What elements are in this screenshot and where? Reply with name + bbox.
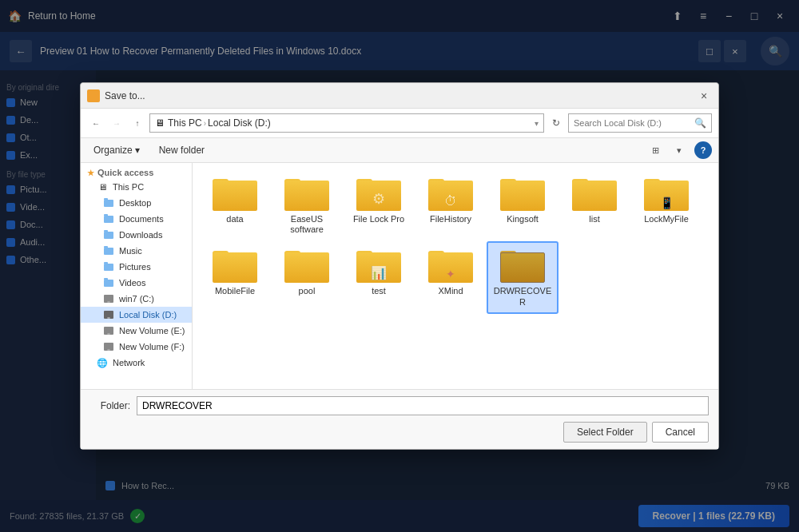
nav-item-newe[interactable]: New Volume (E:): [81, 323, 192, 339]
folder-pictures-icon: [103, 261, 114, 272]
file-item-filehistory[interactable]: ⏱ FileHistory: [415, 169, 487, 241]
file-item-filelockpro[interactable]: ⚙ File Lock Pro: [343, 169, 415, 241]
folder-list-icon: [572, 176, 617, 211]
file-item-mobilefile[interactable]: MobileFile: [199, 241, 271, 313]
folder-downloads-icon: [103, 229, 114, 240]
nav-item-winc[interactable]: win7 (C:): [81, 291, 192, 307]
dialog-buttons: Select Folder Cancel: [90, 422, 709, 443]
file-kingsoft-label: Kingsoft: [507, 214, 539, 224]
nav-item-downloads[interactable]: Downloads: [81, 227, 192, 243]
back-btn[interactable]: ←: [87, 114, 105, 132]
folder-lockmyfile-icon: 📱: [644, 176, 689, 211]
dialog-title: Save to...: [105, 90, 696, 101]
select-folder-btn[interactable]: Select Folder: [563, 422, 647, 443]
file-data-label: data: [226, 214, 243, 224]
nav-item-network[interactable]: 🌐 Network: [81, 355, 192, 371]
nav-item-pictures[interactable]: Pictures: [81, 259, 192, 275]
breadcrumb: This PC › Local Disk (D:): [168, 117, 271, 129]
address-dropdown-btn[interactable]: ▾: [535, 119, 539, 128]
dialog-overlay: Save to... × ← → ↑ 🖥 This PC › Local Dis…: [0, 0, 799, 532]
dialog-title-icon: [87, 89, 100, 102]
search-box[interactable]: 🔍: [568, 113, 712, 133]
folder-input[interactable]: [137, 396, 709, 415]
file-filehistory-label: FileHistory: [430, 214, 471, 224]
network-icon: 🌐: [97, 357, 108, 368]
new-folder-btn[interactable]: New folder: [153, 142, 211, 158]
nav-locald-label: Local Disk (D:): [119, 310, 177, 320]
nav-desktop-label: Desktop: [119, 198, 151, 208]
file-drwrecover-label: DRWRECOVER: [491, 286, 554, 307]
file-item-list[interactable]: list: [559, 169, 630, 241]
file-item-xmind[interactable]: ✦ XMind: [415, 241, 487, 313]
file-test-label: test: [372, 286, 386, 296]
forward-btn[interactable]: →: [108, 114, 125, 132]
file-xmind-label: XMind: [438, 286, 463, 296]
save-dialog: Save to... × ← → ↑ 🖥 This PC › Local Dis…: [80, 82, 719, 450]
nav-item-thispc[interactable]: 🖥 This PC: [81, 179, 192, 195]
file-filelockpro-label: File Lock Pro: [353, 214, 404, 224]
folder-music-icon: [103, 245, 114, 256]
folder-data-icon: [213, 176, 257, 211]
folder-label: Folder:: [90, 400, 130, 411]
drive-c-icon: [103, 293, 114, 304]
file-item-kingsoft[interactable]: Kingsoft: [487, 169, 559, 241]
nav-newe-label: New Volume (E:): [119, 326, 185, 335]
nav-item-music[interactable]: Music: [81, 243, 192, 259]
nav-item-desktop[interactable]: Desktop: [81, 195, 192, 211]
refresh-btn[interactable]: ↻: [547, 114, 565, 132]
nav-downloads-label: Downloads: [119, 230, 162, 240]
view-btn[interactable]: ⊞: [646, 141, 664, 159]
dialog-footer: Folder: Select Folder Cancel: [81, 389, 718, 449]
nav-item-newf[interactable]: New Volume (F:): [81, 339, 192, 355]
dialog-toolbar: Organize ▾ New folder ⊞ ▾ ?: [81, 138, 718, 163]
folder-kingsoft-icon: [500, 176, 545, 211]
nav-pane: ★ Quick access 🖥 This PC Desktop Do: [81, 163, 193, 389]
help-btn[interactable]: ?: [694, 141, 712, 159]
file-item-lockmyfile[interactable]: 📱 LockMyFile: [630, 169, 702, 241]
up-btn[interactable]: ↑: [129, 114, 146, 132]
search-input[interactable]: [574, 118, 691, 128]
folder-row: Folder:: [90, 396, 709, 415]
file-item-easeus[interactable]: EaseUS software: [271, 169, 343, 241]
folder-test-icon: 📊: [356, 248, 401, 283]
file-item-drwrecover[interactable]: DRWRECOVER: [487, 241, 559, 313]
nav-item-videos[interactable]: Videos: [81, 275, 192, 291]
folder-videos-icon: [103, 277, 114, 288]
folder-desktop-icon: [103, 197, 114, 208]
breadcrumb-localdisk: Local Disk (D:): [208, 117, 271, 129]
file-item-data[interactable]: data: [199, 169, 271, 241]
folder-easeus-icon: [284, 176, 329, 211]
folder-documents-icon: [103, 213, 114, 224]
folder-xmind-icon: ✦: [428, 248, 473, 283]
file-item-test[interactable]: 📊 test: [343, 241, 415, 313]
organize-btn[interactable]: Organize ▾: [87, 142, 146, 158]
dialog-body: ★ Quick access 🖥 This PC Desktop Do: [81, 163, 718, 389]
nav-item-locald[interactable]: Local Disk (D:): [81, 307, 192, 323]
view-arrow-btn[interactable]: ▾: [670, 141, 688, 159]
file-item-pool[interactable]: pool: [271, 241, 343, 313]
cancel-btn[interactable]: Cancel: [652, 422, 709, 443]
dialog-addressbar: ← → ↑ 🖥 This PC › Local Disk (D:) ▾ ↻ 🔍: [81, 109, 718, 138]
nav-documents-label: Documents: [119, 214, 164, 224]
folder-drwrecover-icon: [500, 248, 545, 283]
folder-history-icon: ⏱: [428, 176, 473, 211]
breadcrumb-thispc: This PC: [168, 117, 202, 129]
breadcrumb-sep1: ›: [204, 119, 206, 128]
dialog-titlebar: Save to... ×: [81, 83, 718, 109]
drive-f-icon: [103, 341, 114, 352]
file-easeus-label: EaseUS software: [276, 214, 338, 235]
address-bar[interactable]: 🖥 This PC › Local Disk (D:) ▾: [149, 113, 544, 133]
file-list-label: list: [589, 214, 599, 224]
nav-newf-label: New Volume (F:): [119, 342, 185, 351]
monitor-icon: 🖥: [97, 181, 108, 193]
dialog-close-btn[interactable]: ×: [696, 88, 712, 104]
nav-item-documents[interactable]: Documents: [81, 211, 192, 227]
nav-videos-label: Videos: [119, 278, 145, 288]
folder-pool-icon: [284, 248, 329, 283]
nav-thispc-label: This PC: [113, 182, 144, 192]
folder-filelock-icon: ⚙: [356, 176, 401, 211]
folder-mobilefile-icon: [213, 248, 257, 283]
nav-pictures-label: Pictures: [119, 262, 151, 272]
organize-arrow: ▾: [135, 145, 140, 156]
quick-access-header: ★ Quick access: [81, 166, 192, 179]
